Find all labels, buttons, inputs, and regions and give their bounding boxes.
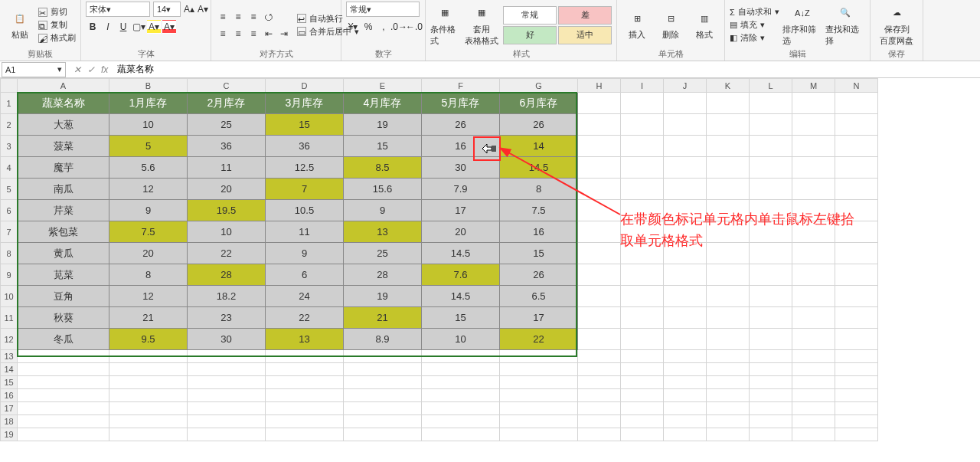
fill-button[interactable]: ▤ 填充 ▾ [730, 19, 779, 31]
empty-cell[interactable] [750, 286, 792, 307]
empty-cell[interactable] [835, 415, 878, 428]
empty-cell[interactable] [707, 157, 750, 179]
empty-cell[interactable] [578, 428, 621, 441]
table-cell[interactable]: 15 [344, 136, 422, 157]
empty-cell[interactable] [18, 402, 109, 415]
empty-cell[interactable] [664, 179, 707, 200]
delete-cells-button[interactable]: ⊟删除 [655, 2, 686, 48]
align-center-icon[interactable]: ≡ [231, 27, 245, 41]
empty-cell[interactable] [578, 350, 621, 363]
empty-cell[interactable] [792, 350, 835, 363]
table-cell[interactable]: 6 [266, 264, 344, 286]
empty-cell[interactable] [266, 376, 344, 389]
empty-cell[interactable] [750, 350, 792, 363]
empty-cell[interactable] [188, 415, 266, 428]
empty-cell[interactable] [835, 389, 878, 402]
empty-cell[interactable] [792, 93, 835, 114]
row-head-4[interactable]: 4 [1, 157, 18, 179]
empty-cell[interactable] [707, 350, 750, 363]
empty-cell[interactable] [500, 428, 578, 441]
empty-cell[interactable] [188, 389, 266, 402]
table-cell[interactable]: 5 [109, 136, 188, 157]
empty-cell[interactable] [664, 307, 707, 329]
empty-cell[interactable] [266, 402, 344, 415]
table-cell[interactable]: 8 [109, 264, 188, 286]
row-head-13[interactable]: 13 [1, 350, 18, 363]
empty-cell[interactable] [792, 376, 835, 389]
row-head-8[interactable]: 8 [1, 243, 18, 264]
empty-cell[interactable] [664, 114, 707, 136]
table-cell[interactable]: 2月库存 [188, 93, 266, 114]
table-cell[interactable]: 5.6 [109, 157, 188, 179]
empty-cell[interactable] [750, 363, 792, 376]
table-cell[interactable]: 10 [188, 221, 266, 243]
empty-cell[interactable] [109, 376, 188, 389]
table-cell[interactable]: 8.9 [344, 329, 422, 350]
align-middle-icon[interactable]: ≡ [231, 10, 245, 24]
empty-cell[interactable] [664, 264, 707, 286]
style-bad[interactable]: 差 [558, 6, 612, 25]
empty-cell[interactable] [835, 307, 878, 329]
table-cell[interactable]: 14.5 [422, 243, 500, 264]
empty-cell[interactable] [109, 415, 188, 428]
col-head-J[interactable]: J [664, 79, 707, 93]
format-cells-button[interactable]: ▥格式 [689, 2, 720, 48]
empty-cell[interactable] [621, 389, 664, 402]
table-cell[interactable]: 9 [109, 200, 188, 221]
table-cell[interactable]: 28 [344, 264, 422, 286]
empty-cell[interactable] [344, 363, 422, 376]
empty-cell[interactable] [578, 286, 621, 307]
empty-cell[interactable] [750, 114, 792, 136]
table-cell[interactable]: 26 [500, 264, 578, 286]
empty-cell[interactable] [664, 376, 707, 389]
empty-cell[interactable] [835, 428, 878, 441]
empty-cell[interactable] [18, 363, 109, 376]
paste-button[interactable]: 📋 粘贴 [5, 2, 35, 48]
empty-cell[interactable] [621, 93, 664, 114]
row-head-19[interactable]: 19 [1, 428, 18, 441]
row-head-12[interactable]: 12 [1, 329, 18, 350]
empty-cell[interactable] [792, 157, 835, 179]
empty-cell[interactable] [792, 136, 835, 157]
table-cell[interactable]: 30 [188, 329, 266, 350]
number-format-combo[interactable]: 常规 ▾ [346, 2, 420, 17]
empty-cell[interactable] [664, 329, 707, 350]
save-cloud-button[interactable]: ☁保存到 百度网盘 [875, 2, 918, 48]
empty-cell[interactable] [578, 307, 621, 329]
table-cell[interactable]: 7.9 [422, 179, 500, 200]
table-cell[interactable]: 7 [266, 179, 344, 200]
table-cell[interactable]: 大葱 [18, 114, 109, 136]
sort-filter-button[interactable]: A↓Z排序和筛选 [782, 2, 822, 48]
style-good[interactable]: 好 [503, 26, 557, 44]
table-cell[interactable]: 7.5 [109, 221, 188, 243]
empty-cell[interactable] [664, 415, 707, 428]
cancel-icon[interactable]: ✕ [74, 64, 81, 75]
empty-cell[interactable] [422, 363, 500, 376]
empty-cell[interactable] [750, 136, 792, 157]
table-cell[interactable]: 22 [266, 307, 344, 329]
table-cell[interactable]: 20 [188, 179, 266, 200]
table-cell[interactable]: 8 [500, 179, 578, 200]
empty-cell[interactable] [500, 376, 578, 389]
empty-cell[interactable] [621, 286, 664, 307]
percent-icon[interactable]: % [361, 20, 375, 34]
increase-font-icon[interactable]: A▴ [184, 4, 194, 15]
comma-icon[interactable]: , [377, 20, 390, 34]
empty-cell[interactable] [266, 428, 344, 441]
empty-cell[interactable] [792, 264, 835, 286]
col-head-L[interactable]: L [750, 79, 792, 93]
table-cell[interactable]: 19.5 [188, 200, 266, 221]
empty-cell[interactable] [621, 428, 664, 441]
empty-cell[interactable] [578, 415, 621, 428]
font-size-combo[interactable]: 14 ▾ [153, 2, 181, 17]
empty-cell[interactable] [344, 428, 422, 441]
cut-button[interactable]: ✂剪切 [38, 6, 76, 18]
empty-cell[interactable] [578, 402, 621, 415]
table-cell[interactable]: 9 [344, 200, 422, 221]
empty-cell[interactable] [500, 350, 578, 363]
table-cell[interactable]: 19 [344, 114, 422, 136]
table-cell[interactable]: 8.5 [344, 157, 422, 179]
empty-cell[interactable] [578, 179, 621, 200]
col-head-F[interactable]: F [422, 79, 500, 93]
table-cell[interactable]: 19 [344, 286, 422, 307]
